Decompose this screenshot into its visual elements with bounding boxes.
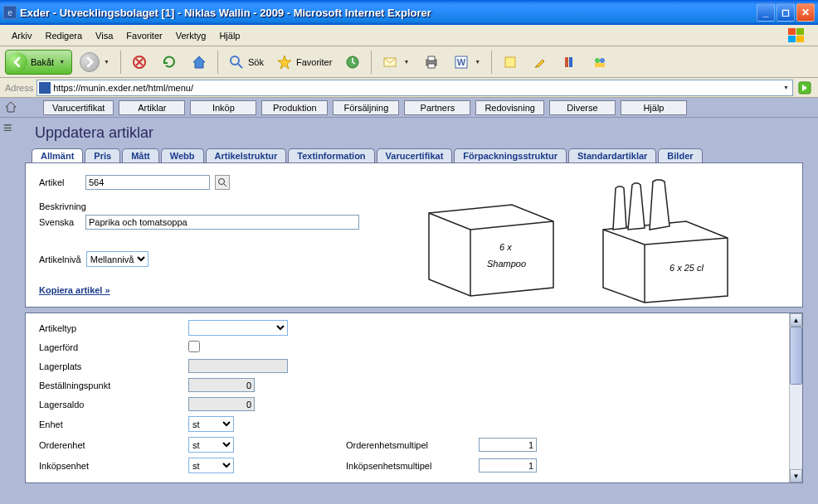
artikel-search-button[interactable] <box>215 175 230 190</box>
page-icon <box>39 82 51 94</box>
window-titlebar: e Exder - Utvecklingsbolaget [1] - Nikla… <box>0 0 818 25</box>
menu-favoriter[interactable]: Favoriter <box>119 28 168 43</box>
tab-allmant[interactable]: Allmänt <box>32 148 83 162</box>
orderenhetsmultipel-input[interactable] <box>479 438 537 452</box>
nav-forsaljning[interactable]: Försäljning <box>333 100 399 115</box>
nav-hjalp[interactable]: Hjälp <box>621 100 687 115</box>
nav-varucertifikat[interactable]: Varucertifikat <box>43 100 114 115</box>
go-button[interactable] <box>796 80 813 96</box>
menu-verktyg[interactable]: Verktyg <box>169 28 213 43</box>
svg-text:Shampoo: Shampoo <box>487 259 526 269</box>
svg-point-17 <box>600 58 605 63</box>
svg-rect-10 <box>428 64 435 68</box>
browser-toolbar: Bakåt ▼ ▼ Sök Favoriter ▼ W▼ <box>0 46 818 78</box>
svenska-input[interactable] <box>85 215 359 230</box>
search-button[interactable]: Sök <box>223 50 268 75</box>
vertical-scrollbar[interactable]: ▲ ▼ <box>789 313 802 482</box>
home-icon <box>190 53 208 71</box>
nav-diverse[interactable]: Diverse <box>549 100 616 115</box>
search-icon <box>227 53 246 71</box>
tab-artikelstruktur[interactable]: Artikelstruktur <box>206 148 287 162</box>
tb-icon-5[interactable] <box>527 50 553 75</box>
history-icon <box>343 53 362 71</box>
stop-button[interactable] <box>126 50 153 75</box>
nav-produktion[interactable]: Produktion <box>261 100 328 115</box>
page-title: Uppdatera artiklar <box>0 118 818 148</box>
enhet-select[interactable]: st <box>188 416 234 432</box>
back-button[interactable]: Bakåt ▼ <box>5 50 72 75</box>
svg-point-5 <box>231 56 239 65</box>
inkopsenhetsmultipel-input[interactable] <box>479 458 537 472</box>
lagerplats-input[interactable] <box>188 359 288 373</box>
url-input[interactable] <box>53 83 781 93</box>
packaging-illustration: 6 x Shampoo 6 x 25 cl <box>404 172 752 304</box>
tab-webb[interactable]: Webb <box>161 148 204 162</box>
window-close-button[interactable]: ✕ <box>796 3 815 22</box>
artikeltyp-select[interactable] <box>188 320 288 336</box>
enhet-label: Enhet <box>39 419 188 429</box>
history-button[interactable] <box>339 50 366 75</box>
home-icon[interactable] <box>5 101 17 114</box>
highlighter-icon <box>531 53 549 71</box>
print-button[interactable] <box>418 50 445 75</box>
books-icon <box>561 53 579 71</box>
content-panel: Artikel Beskrivning Svenska Artikelnivå … <box>25 162 803 308</box>
discuss-button[interactable] <box>497 50 523 75</box>
edit-button[interactable]: W▼ <box>448 50 486 75</box>
nav-partners[interactable]: Partners <box>404 100 470 115</box>
menu-hjalp[interactable]: Hjälp <box>212 28 246 43</box>
artikelniva-select[interactable]: Mellannivå <box>86 251 149 267</box>
refresh-icon <box>160 53 178 71</box>
tab-textinformation[interactable]: Textinformation <box>288 148 374 162</box>
inkopsenhet-label: Inköpsenhet <box>39 461 188 471</box>
svg-rect-0 <box>788 28 796 35</box>
tab-varucertifikat[interactable]: Varucertifikat <box>377 148 453 162</box>
window-minimize-button[interactable]: _ <box>757 3 775 22</box>
artikel-input[interactable] <box>85 175 210 190</box>
window-title: Exder - Utvecklingsbolaget [1] - Niklas … <box>20 7 757 19</box>
url-input-wrap[interactable]: ▼ <box>37 80 793 96</box>
menu-visa[interactable]: Visa <box>89 28 119 43</box>
home-button[interactable] <box>186 50 212 75</box>
svg-rect-1 <box>796 28 804 35</box>
tab-bilder[interactable]: Bilder <box>658 148 702 162</box>
back-arrow-icon <box>7 52 27 72</box>
forward-button[interactable]: ▼ <box>75 49 115 75</box>
mail-button[interactable]: ▼ <box>377 50 415 75</box>
scroll-up-button[interactable]: ▲ <box>790 313 802 327</box>
chevron-down-icon: ▼ <box>102 59 111 65</box>
scroll-track[interactable] <box>790 327 802 469</box>
menu-arkiv[interactable]: Arkiv <box>5 28 38 43</box>
tab-forpackningsstruktur[interactable]: Förpackningsstruktur <box>454 148 567 162</box>
chevron-down-icon[interactable]: ▼ <box>781 85 791 90</box>
scroll-thumb[interactable] <box>790 327 802 385</box>
window-maximize-button[interactable]: ◻ <box>777 3 795 22</box>
forward-arrow-icon <box>80 52 100 72</box>
orderenhet-select[interactable]: st <box>188 437 234 453</box>
lagerford-checkbox[interactable] <box>188 341 200 352</box>
bestallningspunkt-input[interactable] <box>188 378 255 392</box>
messenger-button[interactable] <box>587 50 613 75</box>
orderenhet-label: Orderenhet <box>39 440 188 450</box>
nav-artiklar[interactable]: Artiklar <box>119 100 185 115</box>
svenska-label: Svenska <box>39 217 80 227</box>
sidebar-toggle-icon[interactable]: ≡ <box>3 124 12 131</box>
svg-point-16 <box>595 58 600 63</box>
word-icon: W <box>452 53 470 71</box>
address-bar: Adress ▼ <box>0 78 818 98</box>
tab-standardartiklar[interactable]: Standardartiklar <box>568 148 656 162</box>
menu-redigera[interactable]: Redigera <box>38 28 89 43</box>
kopiera-artikel-link[interactable]: Kopiera artikel » <box>39 285 110 295</box>
nav-inkop[interactable]: Inköp <box>190 100 256 115</box>
tab-matt[interactable]: Mått <box>122 148 159 162</box>
svg-text:6 x 25 cl: 6 x 25 cl <box>669 263 704 273</box>
search-icon <box>217 177 227 187</box>
lagersaldo-input[interactable] <box>188 397 255 411</box>
refresh-button[interactable] <box>156 50 183 75</box>
scroll-down-button[interactable]: ▼ <box>790 469 802 482</box>
inkopsenhet-select[interactable]: st <box>188 458 234 473</box>
nav-redovisning[interactable]: Redovisning <box>475 100 544 115</box>
favorites-button[interactable]: Favoriter <box>271 50 336 75</box>
research-button[interactable] <box>557 50 583 75</box>
tab-pris[interactable]: Pris <box>85 148 120 162</box>
